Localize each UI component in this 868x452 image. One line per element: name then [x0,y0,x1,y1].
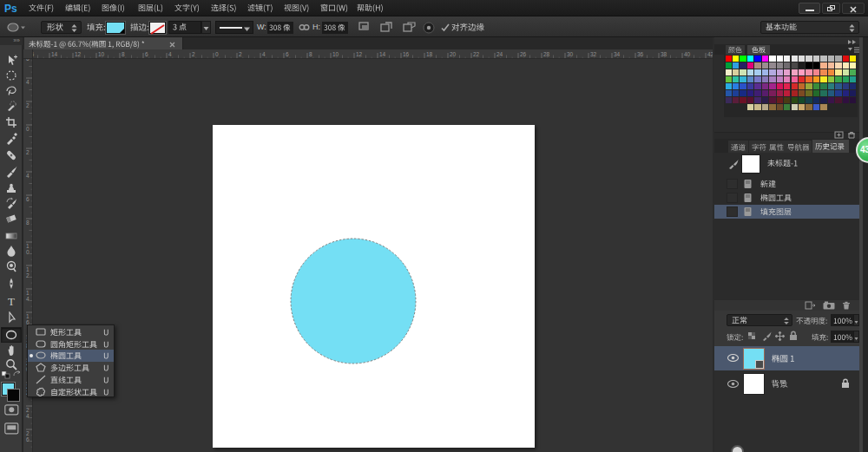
svg-text:16: 16 [403,51,410,57]
svg-text:2: 2 [26,102,30,108]
svg-text:0: 0 [26,249,30,255]
svg-text:24: 24 [496,51,503,57]
svg-text:0: 0 [26,126,30,132]
svg-text:28: 28 [543,51,550,57]
svg-text:6: 6 [26,436,30,442]
svg-text:14: 14 [51,51,58,57]
svg-text:30: 30 [567,51,574,57]
svg-text:26: 26 [520,51,527,57]
svg-text:6: 6 [145,51,148,57]
svg-text:32: 32 [590,51,597,57]
svg-text:4: 4 [168,51,172,57]
svg-text:2: 2 [239,51,242,57]
svg-text:12: 12 [356,51,363,57]
svg-text:4: 4 [26,79,30,85]
svg-text:4: 4 [262,51,266,57]
svg-text:4: 4 [26,173,30,179]
svg-text:20: 20 [450,51,457,57]
svg-text:6: 6 [286,51,289,57]
svg-text:2: 2 [192,51,195,57]
svg-text:18: 18 [426,51,433,57]
svg-text:T: T [8,295,15,307]
svg-text:8: 8 [26,219,30,226]
svg-text:6: 6 [26,196,30,202]
svg-text:2: 2 [26,272,30,278]
svg-text:10: 10 [332,51,339,57]
svg-text:36: 36 [637,51,644,57]
svg-text:8: 8 [122,51,125,57]
svg-text:10: 10 [98,51,105,57]
svg-text:34: 34 [614,51,621,57]
svg-text:14: 14 [379,51,386,57]
svg-text:2: 2 [26,149,30,155]
svg-text:4: 4 [26,296,30,302]
svg-text:0: 0 [215,51,219,57]
svg-text:38: 38 [661,51,667,57]
svg-text:6: 6 [26,59,30,62]
svg-text:22: 22 [473,51,480,57]
svg-text:12: 12 [75,51,82,57]
svg-text:40: 40 [684,51,691,57]
svg-text:8: 8 [309,51,312,57]
svg-text:4: 4 [26,413,30,419]
